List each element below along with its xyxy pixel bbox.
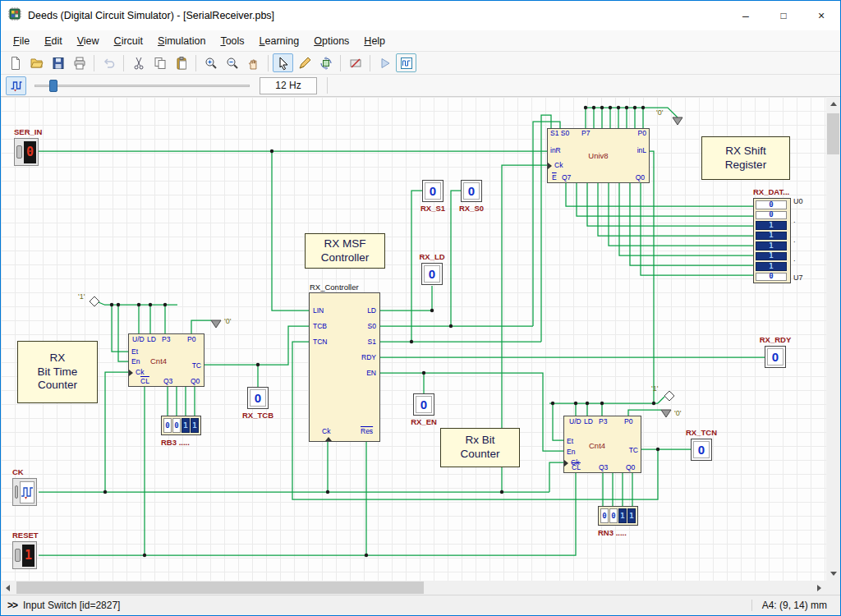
display-rn3[interactable]: 0 0 1 1 RN3 .....	[598, 506, 647, 540]
menu-simulation[interactable]: Simulation	[150, 32, 213, 50]
led-rx-s1[interactable]: 0 RX_S1	[422, 180, 443, 202]
pin-label: TCN	[313, 338, 327, 346]
clock-generator-ck[interactable]: CK	[12, 478, 37, 506]
led-rx-ld[interactable]: 0 RX_LD	[421, 263, 443, 285]
maximize-button[interactable]: □	[765, 1, 802, 30]
zoom-out-button[interactable]	[222, 53, 242, 72]
print-button[interactable]	[69, 53, 90, 72]
bit-cell: 1	[756, 262, 787, 271]
toolbar-separator	[94, 55, 94, 71]
note-line: RX Shift	[725, 145, 766, 159]
scroll-down-arrow[interactable]	[826, 567, 840, 581]
paste-button[interactable]	[171, 53, 191, 72]
pin-label: P7	[581, 130, 590, 137]
scroll-left-arrow[interactable]	[1, 581, 15, 595]
zoom-in-button[interactable]	[200, 53, 221, 72]
status-chevrons-icon: >>	[7, 600, 17, 611]
pin-label: P0	[624, 418, 632, 425]
scroll-right-arrow[interactable]	[812, 581, 826, 595]
switch-lever[interactable]	[15, 485, 18, 499]
horizontal-scrollbar[interactable]	[1, 581, 826, 595]
led-rx-tcb[interactable]: 0 RX_TCB	[247, 387, 269, 409]
switch-value: 0	[24, 141, 36, 163]
menu-learning[interactable]: Learning	[252, 32, 307, 50]
input-switch-reset[interactable]: RESET 1	[12, 541, 37, 569]
toolbar-separator	[195, 55, 196, 71]
switch-lever[interactable]	[15, 549, 21, 562]
close-button[interactable]: ×	[802, 1, 840, 30]
open-file-button[interactable]	[26, 53, 47, 72]
bit-cell: 0	[609, 508, 618, 523]
save-button[interactable]	[48, 53, 68, 72]
menu-view[interactable]: View	[70, 32, 107, 50]
display-rx-dat[interactable]: RX_DAT... 0 0 1 1 1 1 1 0 U0 . .	[753, 187, 819, 286]
clock-pin-mark	[548, 163, 552, 169]
minimize-button[interactable]: –	[727, 1, 765, 30]
pin-label: P3	[599, 418, 607, 425]
chip-name: RX_Controller	[310, 283, 359, 292]
pin-label: Q7	[562, 174, 571, 182]
new-file-button[interactable]	[5, 53, 25, 72]
pin-label: P0	[187, 336, 195, 343]
slider-track[interactable]	[34, 85, 250, 87]
led-rx-tcn[interactable]: 0 RX_TCN	[691, 439, 712, 461]
pin-label: inL	[637, 147, 646, 154]
bit-cell: 1	[182, 418, 190, 433]
display-rb3[interactable]: 0 0 1 1 RB3 .....	[161, 416, 210, 450]
clock-pin-mark	[129, 370, 133, 376]
svg-text:'0': '0'	[674, 409, 682, 417]
select-tool-button[interactable]	[273, 53, 293, 72]
pin-label: Et	[567, 438, 573, 445]
input-switch-ser-in[interactable]: SER_IN 0	[14, 138, 39, 166]
clock-waveform-button[interactable]	[6, 76, 26, 95]
vertical-scroll-thumb[interactable]	[827, 113, 839, 154]
rotate-component-button[interactable]	[315, 53, 336, 72]
clock-pin-mark	[325, 437, 332, 441]
note-rx-msf-controller[interactable]: RX MSF Controller	[305, 233, 385, 269]
vertical-scrollbar[interactable]	[826, 97, 840, 581]
led-value: 0	[422, 180, 443, 202]
pin-label: Ck	[322, 428, 330, 435]
menu-help[interactable]: Help	[356, 32, 393, 50]
main-toolbar	[1, 52, 840, 75]
chip-cnt4-bit-counter[interactable]: U/D LD P3 P0 Et En Ck TC Cnt4 CL Q3 Q0	[563, 416, 641, 473]
clock-speed-slider[interactable]	[34, 78, 250, 93]
chip-cnt4-bit-time[interactable]: U/D LD P3 P0 Et En Ck TC Cnt4 CL Q3 Q0	[128, 333, 205, 387]
menu-options[interactable]: Options	[306, 32, 356, 50]
pin-label: En	[131, 358, 140, 365]
undo-button[interactable]	[99, 53, 119, 72]
note-rx-bit-counter[interactable]: Rx Bit Counter	[440, 428, 520, 467]
chip-univ8-shift-register[interactable]: S1 S0 P7 P0 inR inL Ck Univ8 E Q7 Q0	[547, 128, 650, 183]
note-rx-bit-time-counter[interactable]: RX Bit Time Counter	[17, 341, 98, 403]
led-rx-en[interactable]: 0 RX_EN	[413, 393, 434, 416]
scroll-up-arrow[interactable]	[826, 97, 840, 111]
pin-label: En	[567, 448, 575, 456]
pin-label: TCB	[313, 323, 327, 330]
work-area: '0' '1' '0' '1' '0' SER_IN 0	[1, 97, 840, 595]
menu-file[interactable]: File	[6, 32, 37, 50]
schematic-canvas[interactable]: '0' '1' '0' '1' '0' SER_IN 0	[1, 97, 826, 581]
display-label: RN3 .....	[598, 528, 627, 537]
note-rx-shift-register[interactable]: RX Shift Register	[701, 136, 790, 180]
horizontal-scroll-thumb[interactable]	[16, 582, 424, 594]
switch-lever[interactable]	[16, 145, 22, 159]
pin-label: LD	[367, 307, 376, 315]
slider-thumb[interactable]	[49, 80, 57, 92]
pin-label: Q0	[626, 464, 635, 471]
display-cells: 0 0 1 1	[598, 506, 638, 526]
note-line: RX	[50, 352, 66, 365]
pan-hand-button[interactable]	[243, 53, 264, 72]
probe-tool-button[interactable]	[294, 53, 315, 72]
chip-rx-controller[interactable]: RX_Controller LIN TCB TCN LD S0 S1 RDY E…	[309, 292, 380, 442]
delete-wire-button[interactable]	[345, 53, 365, 72]
timing-diagram-button[interactable]	[396, 53, 416, 72]
led-rx-s0[interactable]: 0 RX_S0	[461, 180, 482, 202]
cut-button[interactable]	[128, 53, 149, 72]
pin-label: CL	[572, 464, 581, 471]
menu-circuit[interactable]: Circuit	[107, 32, 150, 50]
run-simulation-button[interactable]	[375, 53, 395, 72]
led-rx-rdy[interactable]: 0 RX_RDY	[765, 346, 786, 368]
menu-tools[interactable]: Tools	[213, 32, 251, 50]
copy-button[interactable]	[149, 53, 170, 72]
menu-edit[interactable]: Edit	[37, 32, 70, 50]
